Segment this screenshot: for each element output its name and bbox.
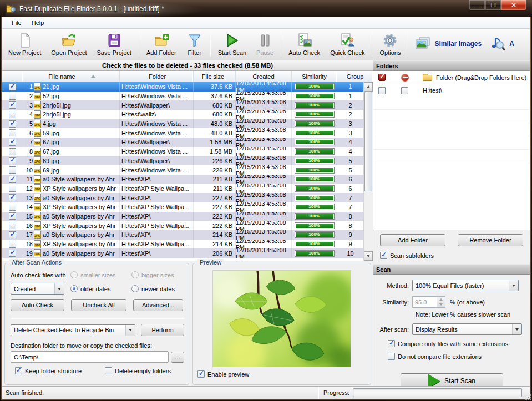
column-folder[interactable]: Folder (120, 71, 194, 82)
new-project-toolbar-button[interactable]: New Project (3, 30, 46, 58)
destination-input[interactable]: C:\Temp\ (11, 351, 169, 363)
scroll-down-button[interactable] (364, 251, 373, 261)
row-checkbox[interactable] (2, 128, 23, 138)
table-row[interactable]: 4JPG2hrjo5i.jpgH:\test\wallz\680 KB12/15… (2, 110, 363, 119)
radio-smaller-sizes[interactable]: smaller sizes (70, 271, 131, 278)
table-row[interactable]: 16JPGXP Style wallpapers by AhrH:\test\X… (2, 221, 363, 230)
quick-check-toolbar-button[interactable]: Quick Check (325, 30, 369, 58)
folder-cell: H:\test\XP Style Wallpa... (120, 240, 194, 249)
scan-subfolders-checkbox[interactable]: Scan subfolders (373, 246, 530, 264)
table-row[interactable]: 14JPGXP Style wallpapers by AhrH:\test\X… (2, 202, 363, 212)
row-checkbox[interactable] (2, 184, 23, 194)
menu-help[interactable]: Help (27, 18, 49, 27)
table-row[interactable]: 2JPG52.jpgH:\test\Windows Vista ...37.6 … (2, 92, 363, 101)
column-created[interactable]: Created (236, 71, 292, 82)
method-combobox[interactable]: 100% Equal Files (faster) (412, 280, 519, 291)
delete-empty-folders-checkbox[interactable]: Delete empty folders (105, 367, 171, 374)
row-checkbox[interactable] (2, 230, 23, 240)
table-row[interactable]: 9JPG69.jpgH:\test\Wallpaper\226 KB12/15/… (2, 156, 363, 166)
maximize-button[interactable]: ❐ (485, 0, 501, 11)
add-folder-toolbar-button[interactable]: Add Folder (141, 30, 181, 58)
enable-preview-checkbox[interactable]: Enable preview (197, 370, 249, 378)
exclude-checkbox[interactable] (401, 87, 408, 94)
row-checkbox[interactable] (2, 248, 23, 258)
radio-bigger-sizes[interactable]: bigger sizes (131, 271, 174, 278)
table-row[interactable]: 19JPGa0 Style wallpapers by AhrH:\test\X… (2, 248, 363, 258)
table-row[interactable]: 18JPGXP Style wallpapers by AhrH:\test\X… (2, 240, 363, 249)
uncheck-all-button[interactable]: Uncheck All (71, 299, 126, 311)
add-folder-button[interactable]: Add Folder (380, 234, 445, 246)
table-row[interactable]: 17JPGa0 Style wallpapers by AhrH:\test\X… (2, 230, 363, 240)
right-panel: Folders Folder (Drag&Drop Folders Here) (373, 60, 530, 386)
filter-toolbar-button[interactable]: Filter (181, 30, 208, 58)
row-checkbox[interactable] (2, 82, 23, 92)
date-field-combobox[interactable]: Created (11, 283, 64, 295)
row-checkbox[interactable] (2, 138, 23, 147)
similar-images-toolbar-button[interactable]: Similar Images (411, 30, 485, 58)
table-row[interactable]: 5JPG4.jpgH:\test\Windows Vista ...48.0 K… (2, 119, 363, 129)
table-row[interactable]: 10JPG69.jpgH:\test\Windows Vista ...226 … (2, 165, 363, 175)
after-scan-combobox[interactable]: Display Results (412, 323, 522, 335)
row-checkbox[interactable] (2, 147, 23, 156)
resize-grip[interactable] (528, 397, 529, 398)
row-checkbox[interactable] (2, 156, 23, 166)
table-row[interactable]: 7JPG67.jpgH:\test\Wallpaper\1.58 MB12/15… (2, 138, 363, 147)
radio-older-dates[interactable]: older dates (70, 285, 131, 292)
perform-button[interactable]: Perform (141, 324, 184, 336)
advanced-button[interactable]: Advanced... (133, 299, 183, 311)
column-file-size[interactable]: File size (194, 71, 236, 82)
table-row[interactable]: 1JPG21.jpgH:\test\Windows Vista ...37.6 … (2, 82, 363, 92)
row-checkbox[interactable] (2, 119, 23, 129)
row-checkbox[interactable] (2, 92, 23, 101)
row-checkbox[interactable] (2, 212, 23, 221)
row-checkbox[interactable] (2, 110, 23, 119)
scroll-up-button[interactable] (364, 82, 373, 92)
keep-folder-structure-checkbox[interactable]: Keep folder structure (15, 367, 105, 374)
table-row[interactable]: 6JPG59.jpgH:\test\Windows Vista ...48.0 … (2, 128, 363, 138)
save-project-toolbar-button[interactable]: Save Project (92, 30, 136, 58)
vertical-scrollbar[interactable] (363, 82, 373, 261)
row-checkbox[interactable] (2, 175, 23, 184)
close-button[interactable]: ✕ (501, 0, 526, 11)
auto-check-button[interactable]: Auto Check (11, 299, 64, 311)
open-project-toolbar-button[interactable]: Open Project (46, 30, 92, 58)
radio-newer-dates[interactable]: newer dates (131, 285, 175, 292)
row-checkbox[interactable] (2, 165, 23, 175)
table-row[interactable]: 12JPGXP Style wallpapers by AhrH:\test\X… (2, 184, 363, 194)
column-file-name[interactable]: File name (23, 71, 120, 82)
minimize-button[interactable]: — (469, 0, 485, 11)
similarity-bar: 100% (295, 222, 335, 229)
options-toolbar-button[interactable]: Options (374, 30, 406, 58)
row-checkbox[interactable] (2, 100, 23, 110)
start-scan-toolbar-button[interactable]: Start Scan (213, 30, 251, 58)
browse-button[interactable]: ... (171, 352, 184, 363)
spinner-arrows[interactable] (437, 297, 445, 307)
table-row[interactable]: 13JPGa0 Style wallpapers by AhrH:\test\X… (2, 193, 363, 202)
scroll-thumb[interactable] (364, 92, 372, 191)
table-row[interactable]: 8JPG67.jpgH:\test\Windows Vista ...1.58 … (2, 147, 363, 156)
a-toolbar-button[interactable]: A (485, 30, 518, 58)
compare-same-ext-checkbox[interactable]: Compare only files with same extensions (388, 340, 525, 347)
menu-file[interactable]: File (7, 18, 27, 27)
include-checkbox[interactable] (378, 87, 386, 94)
column-similarity[interactable]: Similarity (292, 71, 337, 82)
scroll-track[interactable] (364, 191, 373, 251)
table-row[interactable]: 11JPGa0 Style wallpapers by AhrH:\test\X… (2, 175, 363, 184)
exclude-icon[interactable] (401, 74, 409, 82)
folder-row[interactable]: H:\test\ (373, 84, 530, 97)
row-checkbox[interactable] (2, 240, 23, 249)
auto-check-toolbar-button[interactable]: Auto Check (283, 30, 325, 58)
action-combobox[interactable]: Delete Checked Files To Recycle Bin (11, 324, 135, 336)
table-row[interactable]: 3JPG2hrjo5i.jpgH:\test\Wallpaper\680 KB1… (2, 100, 363, 110)
column-group[interactable]: Group (337, 71, 373, 82)
check-all-icon[interactable] (378, 74, 386, 81)
row-checkbox[interactable] (2, 202, 23, 212)
no-compare-ext-checkbox[interactable]: Do not compare file extensions (388, 353, 525, 360)
table-row[interactable]: 15JPGa0 Style wallpapers by AhrH:\test\X… (2, 212, 363, 221)
row-checkbox[interactable] (2, 193, 23, 202)
row-checkbox[interactable] (2, 221, 23, 230)
similarity-spinner[interactable]: 95.0 (412, 296, 445, 308)
column-checkbox[interactable] (2, 71, 23, 82)
start-scan-button[interactable]: Start Scan (401, 373, 503, 386)
remove-folder-button[interactable]: Remove Folder (458, 234, 523, 246)
